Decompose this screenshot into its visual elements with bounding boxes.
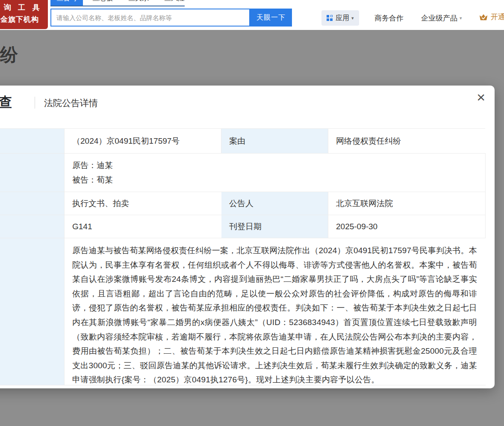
search-box xyxy=(50,9,250,27)
apps-dropdown[interactable]: 应用 ▾ xyxy=(321,10,359,26)
tab-risk[interactable]: 查风险 xyxy=(164,0,185,6)
cause-label: 案由 xyxy=(221,129,328,154)
row-label-clipped xyxy=(0,215,65,238)
brand-badge-line1: 查 询 工 具 xyxy=(0,3,48,12)
chevron-down-icon: ▾ xyxy=(351,15,354,21)
tab-company[interactable]: 查公司 xyxy=(50,0,83,6)
row-label-clipped xyxy=(0,238,65,385)
publish-date-value: 2025-09-30 xyxy=(328,215,486,238)
row-label-clipped xyxy=(0,129,65,154)
row-label-clipped xyxy=(0,192,65,215)
announcement-content: 原告迪某与被告荀某网络侵权责任纠纷一案，北京互联网法院作出（2024）京0491… xyxy=(65,238,486,385)
close-icon[interactable]: × xyxy=(477,90,485,104)
site-brand-badge[interactable]: 查 询 工 具 基金旗下机构 xyxy=(0,0,48,29)
defendant-line: 被告：荀某 xyxy=(72,173,113,187)
announcement-detail-table: （2024）京0491民初17597号 案由 网络侵权责任纠纷 原告：迪某 被告… xyxy=(0,128,485,385)
page-code-value: G141 xyxy=(65,215,221,238)
nav-business-cooperation[interactable]: 商务合作 xyxy=(374,13,404,23)
vip-label: 开通 xyxy=(491,12,504,22)
announcer-label: 公告人 xyxy=(221,192,328,215)
apps-label: 应用 xyxy=(336,14,349,23)
top-navigation-bar: 查 询 工 具 基金旗下机构 查公司 查老板 查关系 查风险 天眼一下 应用 ▾… xyxy=(0,0,504,30)
case-number-value: （2024）京0491民初17597号 xyxy=(65,129,221,154)
row-label-clipped xyxy=(0,154,65,192)
tab-boss[interactable]: 查老板 xyxy=(92,0,113,6)
publish-date-label: 刊登日期 xyxy=(221,215,328,238)
apps-grid-icon xyxy=(327,15,333,21)
announcement-type-value: 执行文书、拍卖 xyxy=(65,192,221,215)
parties-cell: 原告：迪某 被告：荀某 xyxy=(65,154,486,192)
page-title-partial: 纠纷 xyxy=(0,43,18,67)
announcer-value: 北京互联网法院 xyxy=(328,192,486,215)
crown-icon xyxy=(479,12,488,22)
chevron-down-icon: ▾ xyxy=(460,15,462,21)
search-type-tabs: 查公司 查老板 查关系 查风险 xyxy=(50,0,185,6)
cause-value: 网络侵权责任纠纷 xyxy=(328,129,486,154)
modal-title: 法院公告详情 xyxy=(44,97,98,109)
header-divider xyxy=(35,97,35,109)
tianyancha-logo: 查 xyxy=(0,93,12,112)
plaintiff-line: 原告：迪某 xyxy=(72,158,113,173)
nav-enterprise-products[interactable]: 企业级产品 ▾ xyxy=(421,13,462,23)
tab-relation[interactable]: 查关系 xyxy=(128,0,149,6)
screenshot-root: 纠纷 查 询 工 具 基金旗下机构 查公司 查老板 查关系 查风险 天眼一下 应… xyxy=(0,0,504,426)
brand-badge-line2: 基金旗下机构 xyxy=(0,15,48,24)
search-button[interactable]: 天眼一下 xyxy=(250,9,292,27)
search-input[interactable] xyxy=(51,9,249,26)
enterprise-label: 企业级产品 xyxy=(421,13,457,23)
vip-upgrade-link[interactable]: 开通 xyxy=(479,12,504,22)
court-announcement-modal: 查 法院公告详情 × （2024）京0491民初17597号 案由 网络侵权责任… xyxy=(0,86,495,388)
